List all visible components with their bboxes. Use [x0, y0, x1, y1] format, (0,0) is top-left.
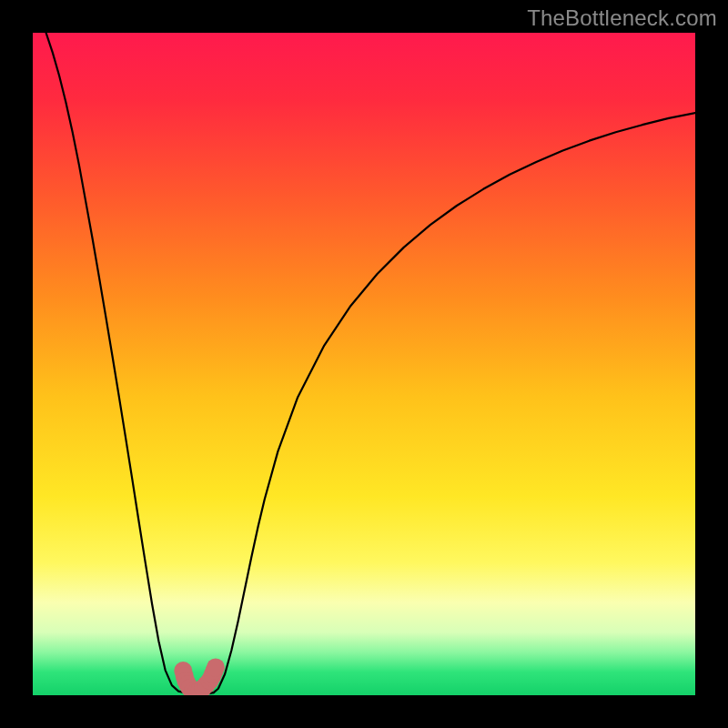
watermark-text: TheBottleneck.com — [527, 5, 717, 31]
chart-frame: TheBottleneck.com — [0, 0, 728, 728]
marker-dot — [207, 658, 225, 676]
chart-plot-area — [33, 33, 695, 695]
chart-svg — [33, 33, 695, 695]
curve-right-branch — [214, 113, 695, 693]
curve-left-branch — [46, 33, 185, 693]
